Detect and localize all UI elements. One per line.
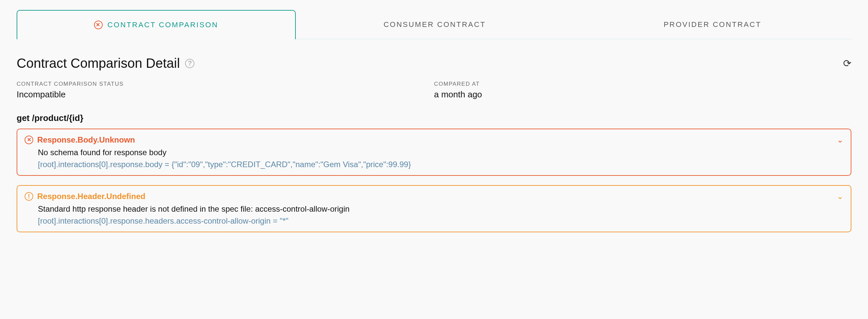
card-path: [root].interactions[0].response.headers.… bbox=[38, 216, 843, 226]
status-label: COMPARED AT bbox=[434, 81, 851, 87]
help-icon[interactable]: ? bbox=[185, 59, 194, 68]
tab-consumer-contract[interactable]: CONSUMER CONTRACT bbox=[296, 10, 574, 39]
status-row: CONTRACT COMPARISON STATUS Incompatible … bbox=[17, 81, 851, 100]
page-title: Contract Comparison Detail bbox=[17, 56, 180, 71]
refresh-icon[interactable]: ⟳ bbox=[843, 58, 851, 69]
tab-provider-contract[interactable]: PROVIDER CONTRACT bbox=[574, 10, 851, 39]
status-label: CONTRACT COMPARISON STATUS bbox=[17, 81, 434, 87]
endpoint-title: get /product/{id} bbox=[17, 113, 851, 123]
card-title: Response.Header.Undefined bbox=[37, 192, 145, 201]
chevron-down-icon[interactable]: ⌄ bbox=[837, 192, 843, 201]
tab-label: CONTRACT COMPARISON bbox=[107, 21, 218, 29]
issue-card[interactable]: Response.Header.Undefined ⌄ Standard htt… bbox=[17, 185, 851, 232]
status-value: a month ago bbox=[434, 89, 851, 100]
status-value: Incompatible bbox=[17, 89, 434, 100]
card-title: Response.Body.Unknown bbox=[37, 135, 135, 145]
tab-contract-comparison[interactable]: CONTRACT COMPARISON bbox=[17, 10, 296, 39]
title-row: Contract Comparison Detail ? ⟳ bbox=[17, 56, 851, 71]
status-col-status: CONTRACT COMPARISON STATUS Incompatible bbox=[17, 81, 434, 100]
card-header: Response.Header.Undefined bbox=[25, 192, 843, 201]
card-path: [root].interactions[0].response.body = {… bbox=[38, 160, 843, 169]
card-header: Response.Body.Unknown bbox=[25, 135, 843, 145]
issue-card[interactable]: Response.Body.Unknown ⌄ No schema found … bbox=[17, 129, 851, 176]
title-left: Contract Comparison Detail ? bbox=[17, 56, 194, 71]
card-message: No schema found for response body bbox=[38, 148, 843, 157]
error-icon bbox=[94, 21, 103, 29]
card-message: Standard http response header is not def… bbox=[38, 204, 843, 214]
warning-icon bbox=[25, 192, 33, 201]
status-col-compared-at: COMPARED AT a month ago bbox=[434, 81, 851, 100]
error-icon bbox=[25, 135, 33, 144]
tab-label: CONSUMER CONTRACT bbox=[383, 20, 486, 29]
tab-label: PROVIDER CONTRACT bbox=[663, 20, 761, 29]
tabs: CONTRACT COMPARISON CONSUMER CONTRACT PR… bbox=[17, 10, 851, 39]
chevron-down-icon[interactable]: ⌄ bbox=[837, 135, 843, 145]
